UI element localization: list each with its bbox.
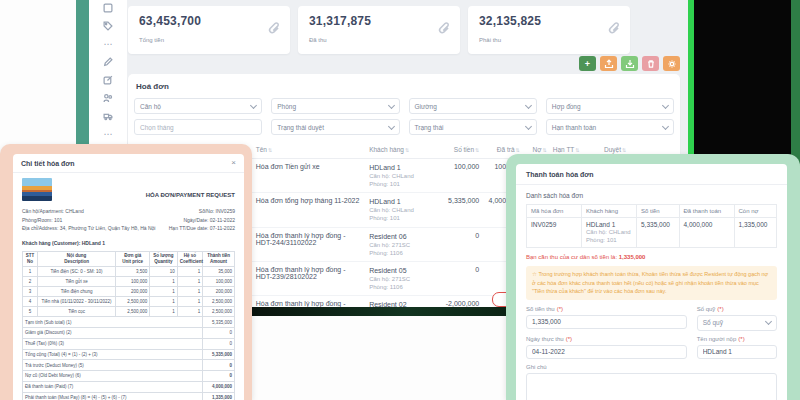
filter-row-2: Chọn tháng Trạng thái duyệt Trạng thái H… (134, 119, 674, 135)
invoice-detail-container: Chi tiết hóa đơn × HÓA ĐƠN/PAYMENT REQUE… (0, 144, 252, 400)
card-collected: 31,317,875 Đã thu (298, 6, 460, 54)
plus-icon: + (585, 59, 590, 69)
doc-summary-row: Thuế (Tax) (0%) (3)0 (23, 338, 235, 349)
company-logo (22, 178, 52, 201)
delete-button[interactable] (642, 56, 659, 71)
payment-subtitle: Danh sách hóa đơn (526, 192, 777, 199)
cell-name: Hóa đơn thanh lý hợp đồng - HDT-239/2810… (253, 261, 366, 295)
payment-invoice-table: Mã hóa đơn Khách hàng Số tiền Đã thanh t… (526, 204, 777, 248)
sort-icon: ⇅ (405, 147, 409, 153)
doc-item-row: 4Tiền nhà (01/11/2022 - 30/11/2022)2,500… (23, 297, 235, 307)
doc-due-date: Hạn TT/Due date: 07-11-2022 (169, 224, 235, 233)
card-total-label: Tổng tiền (139, 37, 164, 43)
background-green-line (688, 0, 694, 158)
filter-room[interactable]: Phòng (271, 98, 399, 114)
cell-debt: 1,335,000 (734, 218, 777, 248)
fund-label: Sổ quỹ(*) (697, 306, 777, 312)
cell-customer: HDLand 1Căn hộ: CHLandPhòng: 101 (366, 193, 442, 227)
note-label: Ghi chú (526, 364, 777, 370)
tag-icon[interactable] (103, 20, 114, 31)
cell-customer: Resident 06Căn hộ: 271SCPhòng: 1106 (366, 227, 442, 261)
doc-fields-right: Số/No: INV0259 Ngày/Date: 02-11-2022 Hạn… (169, 207, 235, 233)
col-customer[interactable]: Khách hàng⇅ (366, 140, 442, 159)
filter-apartment[interactable]: Căn hộ (134, 98, 262, 114)
cell-customer: Resident 05Căn hộ: 271SCPhòng: 1106 (366, 261, 442, 295)
users-icon[interactable] (103, 92, 114, 103)
filter-contract[interactable]: Hợp đồng (546, 98, 674, 114)
doc-date: Ngày/Date: 02-11-2022 (169, 216, 235, 225)
sort-icon: ⇅ (622, 147, 626, 153)
card-receivable: 32,135,825 Phải thu (468, 6, 630, 54)
cell-name: Hóa đơn Tiền gửi xe (253, 159, 366, 193)
ellipsis-icon: ⋯ (103, 38, 114, 49)
invoice-toolbar: + (579, 56, 680, 71)
overpayment-warning: ☆ Trong trường hợp khách thanh toán thừa… (526, 266, 777, 300)
doc-summary-row: Phải thanh toán (Must Pay) (8) = (4) - (… (23, 392, 235, 400)
filter-due-date[interactable]: Hạn thanh toán (546, 119, 674, 135)
filter-row-1: Căn hộ Phòng Giường Hợp đồng (134, 98, 674, 114)
paperclip-icon (607, 21, 620, 39)
cell-paid: 4,000,000 (679, 218, 734, 248)
amount-due-note: Bạn cần thu của cư dân số tiền là: 1,335… (526, 254, 777, 260)
add-button[interactable]: + (579, 56, 596, 71)
amount-input[interactable] (526, 315, 687, 329)
doc-item-row: 1Tiền điện (SC: 0 - SM: 10)3,50010135,00… (23, 267, 235, 277)
screenshot-stage: ⋯ ⋯ 63,453,700 Tổng tiền 31,317,875 Đã t… (0, 0, 800, 400)
upload-icon (604, 59, 614, 69)
import-button[interactable] (621, 56, 638, 71)
card-total-value: 63,453,700 (139, 14, 201, 28)
chevron-down-icon (250, 101, 257, 108)
card-collected-label: Đã thu (309, 37, 327, 43)
doc-summary-row: Nợ cũ (Old Debt Money) (6)0 (23, 371, 235, 382)
chevron-down-icon (387, 101, 394, 108)
cell-name: Hóa đơn tổng hợp tháng 11-2022 (253, 193, 366, 227)
chevron-down-icon (662, 101, 669, 108)
cell-amount: 100,000 (442, 159, 483, 193)
col-amount[interactable]: Số tiền⇅ (442, 140, 483, 159)
doc-summary-row: Đã thanh toán (Paid) (7)4,000,000 (23, 381, 235, 392)
document-title: HÓA ĐƠN/PAYMENT REQUEST (146, 192, 235, 198)
cell-amount: 5,335,000 (637, 218, 680, 248)
sort-icon: ⇅ (575, 147, 579, 153)
doc-item-row: 2Tiền gửi xe100,00011100,000 (23, 277, 235, 287)
doc-summary-row: Giảm giá (Discount) (2)0 (23, 327, 235, 338)
filter-approve-status[interactable]: Trạng thái duyệt (271, 119, 399, 135)
amount-label: Số tiền thu(*) (526, 306, 687, 312)
card-receivable-label: Phải thu (479, 37, 501, 43)
chevron-down-icon (525, 122, 532, 129)
pen-icon[interactable] (103, 56, 114, 67)
paperclip-icon (267, 21, 280, 39)
filter-month-input[interactable]: Chọn tháng (134, 119, 262, 135)
col-name[interactable]: Tên⇅ (253, 140, 366, 159)
ellipsis-icon: ⋯ (103, 128, 114, 139)
card-receivable-value: 32,135,825 (479, 14, 541, 28)
date-input[interactable] (526, 345, 687, 359)
payment-request-document: HÓA ĐƠN/PAYMENT REQUEST Căn hộ/Apartment… (13, 173, 244, 400)
close-icon[interactable]: × (231, 159, 236, 167)
background-black-zone (694, 0, 791, 158)
truck-icon[interactable] (103, 110, 114, 121)
doc-item-row: 3Tiền điện chung200,00011200,000 (23, 287, 235, 297)
filter-status[interactable]: Trạng thái (409, 119, 537, 135)
edit-icon[interactable] (103, 74, 114, 85)
cell-amount: 0 (442, 261, 483, 295)
cell-amount: 0 (442, 227, 483, 261)
cell-amount: -2,000,000 (442, 296, 483, 307)
cell-name: Hóa đơn thanh lý hợp đồng - HDT-234/2610… (253, 296, 366, 307)
chevron-down-icon (525, 101, 532, 108)
square-icon[interactable] (103, 2, 114, 13)
note-textarea[interactable] (526, 373, 777, 400)
payment-table-row: INV0259 HDLand 1Căn hộ: CHLandPhòng: 101… (527, 218, 777, 248)
detail-header: Chi tiết hóa đơn × (13, 154, 244, 173)
settings-button[interactable] (663, 56, 680, 71)
export-button[interactable] (600, 56, 617, 71)
doc-summary-row: Tổng cộng (Total) (4) = (1) - (2) + (3)5… (23, 349, 235, 360)
gear-icon (667, 59, 677, 69)
doc-item-row: 5Tiền cọc2,500,000112,500,000 (23, 307, 235, 317)
payment-panel: Thanh toán hóa đơn Danh sách hóa đơn Mã … (516, 164, 787, 400)
filter-bed[interactable]: Giường (409, 98, 537, 114)
fund-select[interactable]: Sổ quỹ (697, 315, 777, 331)
payer-input[interactable] (697, 345, 777, 359)
doc-room: Phòng/Room: 101 (22, 216, 155, 225)
paperclip-icon (437, 21, 450, 39)
